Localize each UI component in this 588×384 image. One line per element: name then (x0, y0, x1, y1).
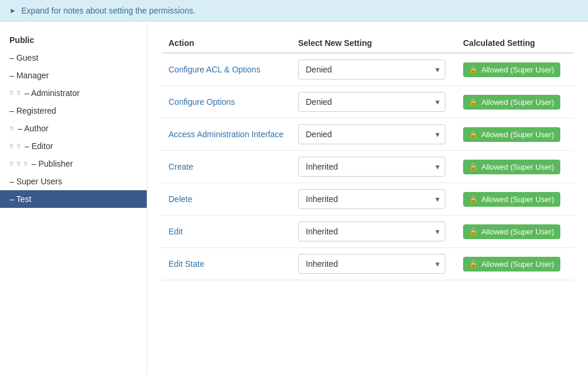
action-link-edit[interactable]: Edit (169, 227, 183, 236)
sidebar-item-label: – Guest (9, 53, 38, 62)
sidebar-item-manager[interactable]: – Manager (0, 67, 147, 84)
col-header-calculated: Calculated Setting (456, 34, 574, 53)
select-configure-options[interactable]: InheritedAllowedDenied (298, 92, 445, 112)
lock-icon: 🔒 (469, 260, 478, 268)
expand-arrow-icon: ► (9, 6, 16, 15)
sidebar-item-administrator[interactable]: ⠿ ⠿– Administrator (0, 84, 147, 102)
drag-handle-icon: ⠿ ⠿ ⠿ (9, 161, 28, 167)
action-link-configure-acl[interactable]: Configure ACL & Options (169, 65, 260, 74)
table-row: Configure ACL & OptionsInheritedAllowedD… (161, 53, 574, 86)
sidebar-item-label: – Editor (25, 141, 53, 151)
col-header-action: Action (161, 34, 291, 53)
sidebar-item-superusers[interactable]: – Super Users (0, 173, 147, 190)
sidebar-item-publisher[interactable]: ⠿ ⠿ ⠿– Publisher (0, 155, 147, 173)
action-link-access-admin[interactable]: Access Administration Interface (169, 130, 283, 139)
calculated-badge-edit-state: 🔒Allowed (Super User) (463, 257, 560, 272)
calculated-text: Allowed (Super User) (481, 65, 554, 74)
sidebar-item-label: – Test (9, 194, 31, 204)
calculated-badge-configure-acl: 🔒Allowed (Super User) (463, 62, 560, 77)
sidebar-item-label: – Manager (9, 71, 49, 80)
lock-icon: 🔒 (469, 195, 478, 203)
sidebar-item-label: – Registered (9, 106, 56, 115)
sidebar-item-label: Public (9, 35, 34, 45)
select-access-admin[interactable]: InheritedAllowedDenied (298, 124, 445, 144)
calculated-text: Allowed (Super User) (481, 227, 554, 236)
calculated-text: Allowed (Super User) (481, 130, 554, 139)
select-configure-acl[interactable]: InheritedAllowedDenied (298, 59, 445, 80)
drag-handle-icon: ⠿ (9, 125, 14, 132)
action-link-edit-state[interactable]: Edit State (169, 259, 204, 269)
top-banner[interactable]: ► Expand for notes about setting the per… (0, 0, 588, 22)
calculated-text: Allowed (Super User) (481, 195, 554, 204)
sidebar-item-public[interactable]: Public (0, 31, 147, 49)
calculated-badge-access-admin: 🔒Allowed (Super User) (463, 127, 560, 142)
action-link-create[interactable]: Create (169, 162, 193, 171)
action-link-delete[interactable]: Delete (169, 194, 192, 204)
sidebar-item-label: – Author (18, 124, 48, 133)
lock-icon: 🔒 (469, 98, 478, 106)
table-row: DeleteInheritedAllowedDenied🔒Allowed (Su… (161, 183, 574, 216)
lock-icon: 🔒 (469, 65, 478, 74)
calculated-text: Allowed (Super User) (481, 260, 554, 269)
calculated-badge-delete: 🔒Allowed (Super User) (463, 192, 560, 207)
select-delete[interactable]: InheritedAllowedDenied (298, 189, 445, 209)
table-row: Edit StateInheritedAllowedDenied🔒Allowed… (161, 248, 574, 280)
action-link-configure-options[interactable]: Configure Options (169, 97, 235, 107)
sidebar-item-label: – Administrator (25, 88, 80, 98)
sidebar-item-guest[interactable]: – Guest (0, 49, 147, 67)
sidebar-item-label: – Super Users (9, 177, 62, 186)
table-row: Access Administration InterfaceInherited… (161, 118, 574, 151)
sidebar: Public– Guest– Manager⠿ ⠿– Administrator… (0, 22, 147, 375)
sidebar-item-registered[interactable]: – Registered (0, 102, 147, 120)
select-edit-state[interactable]: InheritedAllowedDenied (298, 254, 445, 274)
sidebar-item-test[interactable]: – Test (0, 190, 147, 208)
sidebar-item-label: – Publisher (32, 159, 73, 168)
sidebar-item-author[interactable]: ⠿– Author (0, 120, 147, 137)
drag-handle-icon: ⠿ ⠿ (9, 90, 21, 97)
select-create[interactable]: InheritedAllowedDenied (298, 157, 445, 177)
sidebar-item-editor[interactable]: ⠿ ⠿– Editor (0, 137, 147, 155)
calculated-badge-configure-options: 🔒Allowed (Super User) (463, 95, 560, 110)
lock-icon: 🔒 (469, 227, 478, 236)
content-area: Action Select New Setting Calculated Set… (147, 22, 588, 375)
calculated-text: Allowed (Super User) (481, 98, 554, 107)
table-row: Configure OptionsInheritedAllowedDenied🔒… (161, 86, 574, 118)
table-row: CreateInheritedAllowedDenied🔒Allowed (Su… (161, 151, 574, 183)
lock-icon: 🔒 (469, 163, 478, 171)
calculated-badge-edit: 🔒Allowed (Super User) (463, 224, 560, 239)
table-row: EditInheritedAllowedDenied🔒Allowed (Supe… (161, 216, 574, 248)
drag-handle-icon: ⠿ ⠿ (9, 143, 21, 150)
col-header-select: Select New Setting (291, 34, 456, 53)
lock-icon: 🔒 (469, 130, 478, 138)
select-edit[interactable]: InheritedAllowedDenied (298, 221, 445, 241)
calculated-badge-create: 🔒Allowed (Super User) (463, 160, 560, 174)
banner-text: Expand for notes about setting the permi… (21, 6, 196, 15)
calculated-text: Allowed (Super User) (481, 163, 554, 171)
